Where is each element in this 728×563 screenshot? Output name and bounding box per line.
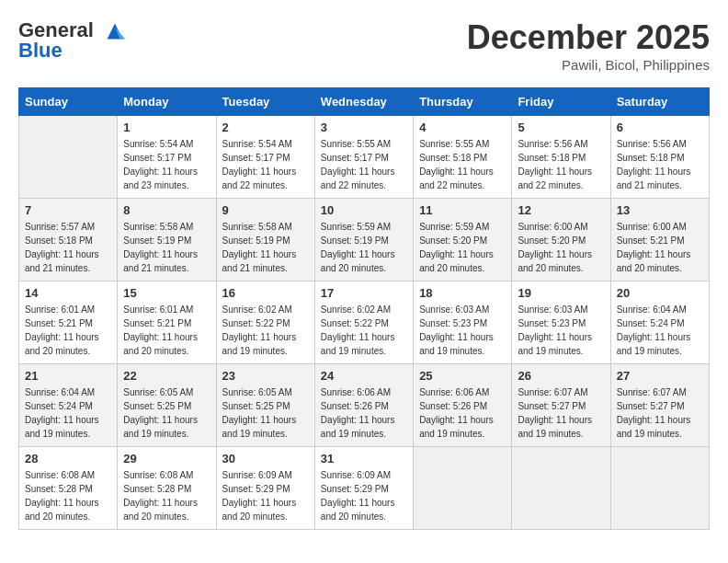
day-number: 30 [222, 452, 309, 465]
calendar-cell: 17Sunrise: 6:02 AMSunset: 5:22 PMDayligh… [314, 282, 413, 364]
day-info: Sunrise: 6:02 AMSunset: 5:22 PMDaylight:… [321, 303, 407, 358]
weekday-header-monday: Monday [118, 88, 216, 116]
day-info: Sunrise: 5:55 AMSunset: 5:18 PMDaylight:… [419, 137, 506, 192]
calendar-week-3: 14Sunrise: 6:01 AMSunset: 5:21 PMDayligh… [19, 282, 710, 364]
day-info: Sunrise: 6:04 AMSunset: 5:24 PMDaylight:… [25, 385, 111, 441]
weekday-header-wednesday: Wednesday [314, 88, 413, 116]
day-number: 29 [123, 452, 210, 465]
day-info: Sunrise: 5:54 AMSunset: 5:17 PMDaylight:… [123, 137, 210, 192]
day-info: Sunrise: 5:58 AMSunset: 5:19 PMDaylight:… [222, 220, 309, 275]
calendar-week-5: 28Sunrise: 6:08 AMSunset: 5:28 PMDayligh… [19, 447, 710, 530]
day-number: 7 [25, 203, 111, 217]
day-info: Sunrise: 6:02 AMSunset: 5:22 PMDaylight:… [222, 303, 309, 358]
calendar-cell: 31Sunrise: 6:09 AMSunset: 5:29 PMDayligh… [314, 447, 413, 530]
day-info: Sunrise: 6:05 AMSunset: 5:25 PMDaylight:… [222, 385, 309, 441]
calendar-cell: 20Sunrise: 6:04 AMSunset: 5:24 PMDayligh… [610, 282, 709, 364]
day-info: Sunrise: 5:58 AMSunset: 5:19 PMDaylight:… [123, 220, 210, 275]
calendar-cell: 21Sunrise: 6:04 AMSunset: 5:24 PMDayligh… [19, 364, 118, 447]
calendar-cell: 30Sunrise: 6:09 AMSunset: 5:29 PMDayligh… [216, 447, 314, 530]
day-number: 1 [123, 121, 210, 134]
weekday-header-thursday: Thursday [414, 88, 512, 116]
day-info: Sunrise: 6:09 AMSunset: 5:29 PMDaylight:… [321, 468, 407, 523]
calendar-header: SundayMondayTuesdayWednesdayThursdayFrid… [19, 88, 710, 116]
page-header: General Blue December 2025 Pawili, Bicol… [18, 18, 710, 73]
logo-icon [102, 20, 128, 42]
day-info: Sunrise: 6:05 AMSunset: 5:25 PMDaylight:… [123, 385, 210, 441]
calendar-week-1: 1Sunrise: 5:54 AMSunset: 5:17 PMDaylight… [19, 116, 710, 199]
day-info: Sunrise: 6:07 AMSunset: 5:27 PMDaylight:… [617, 385, 703, 441]
calendar-cell: 10Sunrise: 5:59 AMSunset: 5:19 PMDayligh… [314, 199, 413, 282]
calendar-cell: 6Sunrise: 5:56 AMSunset: 5:18 PMDaylight… [610, 116, 709, 199]
day-number: 2 [222, 121, 309, 134]
calendar-cell: 13Sunrise: 6:00 AMSunset: 5:21 PMDayligh… [610, 199, 709, 282]
day-number: 11 [419, 203, 506, 217]
calendar-cell: 18Sunrise: 6:03 AMSunset: 5:23 PMDayligh… [414, 282, 512, 364]
calendar-cell: 24Sunrise: 6:06 AMSunset: 5:26 PMDayligh… [314, 364, 413, 447]
calendar-cell: 1Sunrise: 5:54 AMSunset: 5:17 PMDaylight… [118, 116, 216, 199]
location: Pawili, Bicol, Philippines [467, 57, 710, 73]
day-number: 25 [419, 369, 506, 383]
calendar-week-4: 21Sunrise: 6:04 AMSunset: 5:24 PMDayligh… [19, 364, 710, 447]
day-info: Sunrise: 5:54 AMSunset: 5:17 PMDaylight:… [222, 137, 309, 192]
weekday-header-tuesday: Tuesday [216, 88, 314, 116]
calendar-cell: 4Sunrise: 5:55 AMSunset: 5:18 PMDaylight… [414, 116, 512, 199]
day-number: 28 [25, 452, 111, 465]
day-number: 18 [419, 286, 506, 300]
weekday-header-saturday: Saturday [610, 88, 709, 116]
calendar-cell: 11Sunrise: 5:59 AMSunset: 5:20 PMDayligh… [414, 199, 512, 282]
day-number: 9 [222, 203, 309, 217]
day-info: Sunrise: 6:09 AMSunset: 5:29 PMDaylight:… [222, 468, 309, 523]
day-number: 23 [222, 369, 309, 383]
calendar-cell [610, 447, 709, 530]
day-info: Sunrise: 6:04 AMSunset: 5:24 PMDaylight:… [617, 303, 703, 358]
weekday-header-row: SundayMondayTuesdayWednesdayThursdayFrid… [19, 88, 710, 116]
calendar-cell: 15Sunrise: 6:01 AMSunset: 5:21 PMDayligh… [118, 282, 216, 364]
day-number: 24 [321, 369, 407, 383]
calendar-cell: 19Sunrise: 6:03 AMSunset: 5:23 PMDayligh… [512, 282, 610, 364]
calendar-cell: 7Sunrise: 5:57 AMSunset: 5:18 PMDaylight… [19, 199, 118, 282]
weekday-header-friday: Friday [512, 88, 610, 116]
day-info: Sunrise: 5:59 AMSunset: 5:20 PMDaylight:… [419, 220, 506, 275]
calendar-week-2: 7Sunrise: 5:57 AMSunset: 5:18 PMDaylight… [19, 199, 710, 282]
calendar-cell: 14Sunrise: 6:01 AMSunset: 5:21 PMDayligh… [19, 282, 118, 364]
calendar-table: SundayMondayTuesdayWednesdayThursdayFrid… [18, 87, 710, 530]
day-info: Sunrise: 6:01 AMSunset: 5:21 PMDaylight:… [123, 303, 210, 358]
day-number: 10 [321, 203, 407, 217]
weekday-header-sunday: Sunday [19, 88, 118, 116]
day-number: 13 [617, 203, 703, 217]
day-number: 20 [617, 286, 703, 300]
logo-general: General [18, 18, 94, 41]
day-info: Sunrise: 6:03 AMSunset: 5:23 PMDaylight:… [518, 303, 604, 358]
calendar-cell: 12Sunrise: 6:00 AMSunset: 5:20 PMDayligh… [512, 199, 610, 282]
day-info: Sunrise: 6:06 AMSunset: 5:26 PMDaylight:… [321, 385, 407, 441]
title-area: December 2025 Pawili, Bicol, Philippines [467, 18, 710, 73]
day-info: Sunrise: 6:06 AMSunset: 5:26 PMDaylight:… [419, 385, 506, 441]
day-number: 27 [617, 369, 703, 383]
calendar-cell: 3Sunrise: 5:55 AMSunset: 5:17 PMDaylight… [314, 116, 413, 199]
calendar-cell: 28Sunrise: 6:08 AMSunset: 5:28 PMDayligh… [19, 447, 118, 530]
calendar-cell: 8Sunrise: 5:58 AMSunset: 5:19 PMDaylight… [118, 199, 216, 282]
day-info: Sunrise: 5:59 AMSunset: 5:19 PMDaylight:… [321, 220, 407, 275]
day-number: 15 [123, 286, 210, 300]
logo: General Blue [18, 18, 128, 63]
day-number: 8 [123, 203, 210, 217]
day-info: Sunrise: 5:55 AMSunset: 5:17 PMDaylight:… [321, 137, 407, 192]
day-info: Sunrise: 6:07 AMSunset: 5:27 PMDaylight:… [518, 385, 604, 441]
calendar-cell: 16Sunrise: 6:02 AMSunset: 5:22 PMDayligh… [216, 282, 314, 364]
day-number: 19 [518, 286, 604, 300]
day-number: 12 [518, 203, 604, 217]
day-info: Sunrise: 6:03 AMSunset: 5:23 PMDaylight:… [419, 303, 506, 358]
day-number: 21 [25, 369, 111, 383]
day-number: 16 [222, 286, 309, 300]
day-number: 6 [617, 121, 703, 134]
calendar-cell: 23Sunrise: 6:05 AMSunset: 5:25 PMDayligh… [216, 364, 314, 447]
calendar-cell [512, 447, 610, 530]
day-info: Sunrise: 6:08 AMSunset: 5:28 PMDaylight:… [25, 468, 111, 523]
day-info: Sunrise: 6:00 AMSunset: 5:20 PMDaylight:… [518, 220, 604, 275]
day-info: Sunrise: 6:08 AMSunset: 5:28 PMDaylight:… [123, 468, 210, 523]
day-number: 31 [321, 452, 407, 465]
day-number: 4 [419, 121, 506, 134]
calendar-cell: 22Sunrise: 6:05 AMSunset: 5:25 PMDayligh… [118, 364, 216, 447]
day-info: Sunrise: 6:00 AMSunset: 5:21 PMDaylight:… [617, 220, 703, 275]
calendar-cell: 9Sunrise: 5:58 AMSunset: 5:19 PMDaylight… [216, 199, 314, 282]
